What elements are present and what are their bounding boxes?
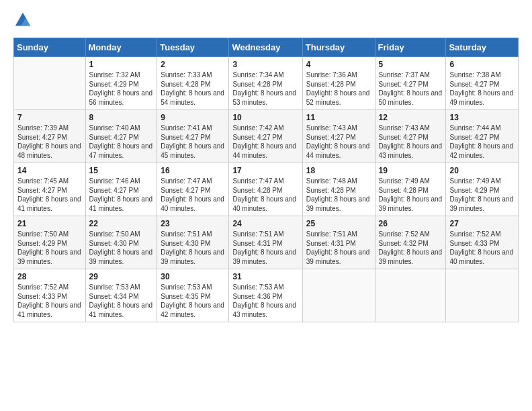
cell-text: Sunrise: 7:48 AMSunset: 4:28 PMDaylight:…	[306, 177, 370, 212]
calendar-cell: 22 Sunrise: 7:50 AMSunset: 4:30 PMDaylig…	[85, 216, 157, 269]
calendar-cell: 26 Sunrise: 7:52 AMSunset: 4:32 PMDaylig…	[375, 216, 446, 269]
header	[13, 11, 519, 30]
calendar-cell: 10 Sunrise: 7:42 AMSunset: 4:27 PMDaylig…	[229, 110, 302, 163]
calendar-cell	[302, 269, 375, 322]
day-number: 27	[449, 219, 515, 228]
day-number: 9	[161, 113, 225, 122]
day-number: 26	[379, 219, 443, 228]
weekday-header-thursday: Thursday	[302, 38, 375, 57]
cell-text: Sunrise: 7:51 AMSunset: 4:31 PMDaylight:…	[306, 230, 370, 265]
day-number: 14	[17, 166, 82, 175]
calendar-cell: 13 Sunrise: 7:44 AMSunset: 4:27 PMDaylig…	[446, 110, 519, 163]
calendar-cell: 23 Sunrise: 7:51 AMSunset: 4:30 PMDaylig…	[157, 216, 229, 269]
calendar-cell: 28 Sunrise: 7:52 AMSunset: 4:33 PMDaylig…	[14, 269, 86, 322]
day-number: 22	[89, 219, 154, 228]
day-number: 12	[379, 113, 443, 122]
calendar-cell: 9 Sunrise: 7:41 AMSunset: 4:27 PMDayligh…	[157, 110, 229, 163]
calendar-week-2: 7 Sunrise: 7:39 AMSunset: 4:27 PMDayligh…	[14, 110, 519, 163]
cell-text: Sunrise: 7:50 AMSunset: 4:30 PMDaylight:…	[89, 230, 153, 265]
calendar-cell: 14 Sunrise: 7:45 AMSunset: 4:27 PMDaylig…	[14, 163, 86, 216]
day-number: 30	[161, 272, 225, 281]
day-number: 19	[379, 166, 443, 175]
calendar-cell	[446, 269, 519, 322]
cell-text: Sunrise: 7:47 AMSunset: 4:28 PMDaylight:…	[232, 177, 296, 212]
page-container: SundayMondayTuesdayWednesdayThursdayFrid…	[0, 0, 532, 329]
calendar-cell: 1 Sunrise: 7:32 AMSunset: 4:29 PMDayligh…	[85, 57, 157, 110]
day-number: 5	[379, 60, 443, 69]
day-number: 13	[449, 113, 515, 122]
calendar-cell: 27 Sunrise: 7:52 AMSunset: 4:33 PMDaylig…	[446, 216, 519, 269]
day-number: 10	[232, 113, 298, 122]
cell-text: Sunrise: 7:43 AMSunset: 4:27 PMDaylight:…	[379, 124, 443, 159]
day-number: 21	[17, 219, 82, 228]
weekday-header-wednesday: Wednesday	[229, 38, 302, 57]
calendar-cell: 20 Sunrise: 7:49 AMSunset: 4:29 PMDaylig…	[446, 163, 519, 216]
day-number: 8	[89, 113, 154, 122]
day-number: 1	[89, 60, 154, 69]
cell-text: Sunrise: 7:34 AMSunset: 4:28 PMDaylight:…	[232, 71, 296, 106]
cell-text: Sunrise: 7:47 AMSunset: 4:27 PMDaylight:…	[161, 177, 224, 212]
day-number: 24	[232, 219, 298, 228]
cell-text: Sunrise: 7:52 AMSunset: 4:33 PMDaylight:…	[17, 283, 81, 318]
weekday-header-tuesday: Tuesday	[157, 38, 229, 57]
cell-text: Sunrise: 7:33 AMSunset: 4:28 PMDaylight:…	[161, 71, 224, 106]
cell-text: Sunrise: 7:49 AMSunset: 4:29 PMDaylight:…	[449, 177, 513, 212]
calendar-cell: 25 Sunrise: 7:51 AMSunset: 4:31 PMDaylig…	[302, 216, 375, 269]
calendar-cell: 15 Sunrise: 7:46 AMSunset: 4:27 PMDaylig…	[85, 163, 157, 216]
day-number: 3	[232, 60, 298, 69]
calendar-table: SundayMondayTuesdayWednesdayThursdayFrid…	[13, 38, 519, 322]
calendar-cell: 7 Sunrise: 7:39 AMSunset: 4:27 PMDayligh…	[14, 110, 86, 163]
calendar-cell: 31 Sunrise: 7:53 AMSunset: 4:36 PMDaylig…	[229, 269, 302, 322]
calendar-week-1: 1 Sunrise: 7:32 AMSunset: 4:29 PMDayligh…	[14, 57, 519, 110]
calendar-cell: 3 Sunrise: 7:34 AMSunset: 4:28 PMDayligh…	[229, 57, 302, 110]
day-number: 7	[17, 113, 82, 122]
logo-icon	[13, 11, 32, 30]
weekday-header-saturday: Saturday	[446, 38, 519, 57]
cell-text: Sunrise: 7:37 AMSunset: 4:27 PMDaylight:…	[379, 71, 443, 106]
day-number: 15	[89, 166, 154, 175]
calendar-cell: 12 Sunrise: 7:43 AMSunset: 4:27 PMDaylig…	[375, 110, 446, 163]
calendar-cell: 24 Sunrise: 7:51 AMSunset: 4:31 PMDaylig…	[229, 216, 302, 269]
day-number: 6	[449, 60, 515, 69]
calendar-week-4: 21 Sunrise: 7:50 AMSunset: 4:29 PMDaylig…	[14, 216, 519, 269]
day-number: 4	[306, 60, 371, 69]
day-number: 17	[232, 166, 298, 175]
cell-text: Sunrise: 7:32 AMSunset: 4:29 PMDaylight:…	[89, 71, 153, 106]
day-number: 16	[161, 166, 225, 175]
day-number: 25	[306, 219, 371, 228]
cell-text: Sunrise: 7:45 AMSunset: 4:27 PMDaylight:…	[17, 177, 81, 212]
calendar-cell: 30 Sunrise: 7:53 AMSunset: 4:35 PMDaylig…	[157, 269, 229, 322]
calendar-cell	[375, 269, 446, 322]
calendar-week-5: 28 Sunrise: 7:52 AMSunset: 4:33 PMDaylig…	[14, 269, 519, 322]
day-number: 31	[232, 272, 298, 281]
calendar-cell: 18 Sunrise: 7:48 AMSunset: 4:28 PMDaylig…	[302, 163, 375, 216]
day-number: 18	[306, 166, 371, 175]
cell-text: Sunrise: 7:41 AMSunset: 4:27 PMDaylight:…	[161, 124, 224, 159]
cell-text: Sunrise: 7:39 AMSunset: 4:27 PMDaylight:…	[17, 124, 81, 159]
calendar-cell: 8 Sunrise: 7:40 AMSunset: 4:27 PMDayligh…	[85, 110, 157, 163]
cell-text: Sunrise: 7:36 AMSunset: 4:28 PMDaylight:…	[306, 71, 370, 106]
weekday-header-friday: Friday	[375, 38, 446, 57]
cell-text: Sunrise: 7:46 AMSunset: 4:27 PMDaylight:…	[89, 177, 153, 212]
calendar-cell: 11 Sunrise: 7:43 AMSunset: 4:27 PMDaylig…	[302, 110, 375, 163]
weekday-header-row: SundayMondayTuesdayWednesdayThursdayFrid…	[14, 38, 519, 57]
calendar-cell: 4 Sunrise: 7:36 AMSunset: 4:28 PMDayligh…	[302, 57, 375, 110]
calendar-cell: 21 Sunrise: 7:50 AMSunset: 4:29 PMDaylig…	[14, 216, 86, 269]
cell-text: Sunrise: 7:44 AMSunset: 4:27 PMDaylight:…	[449, 124, 513, 159]
cell-text: Sunrise: 7:49 AMSunset: 4:28 PMDaylight:…	[379, 177, 443, 212]
calendar-cell: 17 Sunrise: 7:47 AMSunset: 4:28 PMDaylig…	[229, 163, 302, 216]
cell-text: Sunrise: 7:50 AMSunset: 4:29 PMDaylight:…	[17, 230, 81, 265]
calendar-cell: 29 Sunrise: 7:53 AMSunset: 4:34 PMDaylig…	[85, 269, 157, 322]
logo	[13, 11, 35, 30]
calendar-week-3: 14 Sunrise: 7:45 AMSunset: 4:27 PMDaylig…	[14, 163, 519, 216]
day-number: 20	[449, 166, 515, 175]
day-number: 29	[89, 272, 154, 281]
cell-text: Sunrise: 7:53 AMSunset: 4:35 PMDaylight:…	[161, 283, 224, 318]
calendar-cell: 5 Sunrise: 7:37 AMSunset: 4:27 PMDayligh…	[375, 57, 446, 110]
cell-text: Sunrise: 7:53 AMSunset: 4:36 PMDaylight:…	[232, 283, 296, 318]
cell-text: Sunrise: 7:51 AMSunset: 4:31 PMDaylight:…	[232, 230, 296, 265]
cell-text: Sunrise: 7:51 AMSunset: 4:30 PMDaylight:…	[161, 230, 224, 265]
cell-text: Sunrise: 7:40 AMSunset: 4:27 PMDaylight:…	[89, 124, 153, 159]
cell-text: Sunrise: 7:52 AMSunset: 4:33 PMDaylight:…	[449, 230, 513, 265]
calendar-cell: 19 Sunrise: 7:49 AMSunset: 4:28 PMDaylig…	[375, 163, 446, 216]
